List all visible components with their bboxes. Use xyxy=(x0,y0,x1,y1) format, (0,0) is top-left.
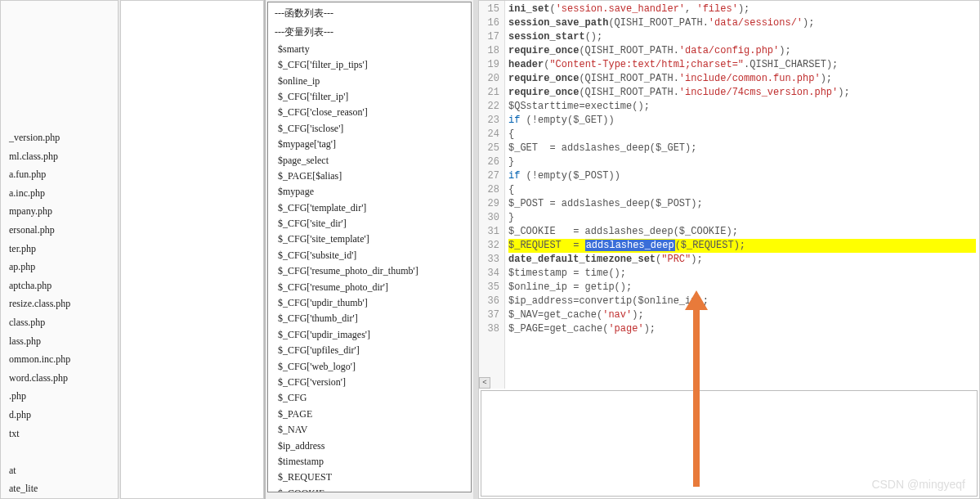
variable-item[interactable]: $smarty xyxy=(275,42,464,57)
scroll-left-button[interactable]: < xyxy=(479,377,490,389)
file-item[interactable]: mpany.php xyxy=(6,202,113,221)
code-line[interactable]: $_GET = addslashes_deep($_GET); xyxy=(508,142,976,155)
file-item[interactable]: ml.class.php xyxy=(6,147,113,166)
variable-item[interactable]: $_CFG['close_reason'] xyxy=(275,105,464,120)
variable-item[interactable]: $_CFG['web_logo'] xyxy=(275,359,464,375)
code-line[interactable]: } xyxy=(508,155,976,169)
line-number: 29 xyxy=(481,197,499,211)
code-line[interactable]: $_COOKIE = addslashes_deep($_COOKIE); xyxy=(508,225,976,239)
code-line[interactable]: { xyxy=(508,128,976,142)
code-line[interactable]: session_save_path(QISHI_ROOT_PATH.'data/… xyxy=(508,16,976,30)
variable-item[interactable]: $_CFG['updir_thumb'] xyxy=(275,295,464,311)
root-layout: _version.phpml.class.phpa.fun.phpa.inc.p… xyxy=(0,0,980,499)
code-line[interactable]: ini_set('session.save_handler', 'files')… xyxy=(508,2,976,16)
file-item[interactable]: aptcha.php xyxy=(6,276,113,295)
variable-panel[interactable]: ---函数列表--- ---变量列表--- $smarty$_CFG['filt… xyxy=(267,2,472,492)
file-item[interactable]: ter.php xyxy=(6,240,113,258)
file-list-panel[interactable]: _version.phpml.class.phpa.fun.phpa.inc.p… xyxy=(0,0,119,499)
file-item[interactable]: resize.class.php xyxy=(6,294,113,313)
line-number: 18 xyxy=(481,44,499,58)
variable-item[interactable]: $_CFG['version'] xyxy=(275,375,464,390)
variable-item[interactable]: $_CFG['isclose'] xyxy=(275,121,464,137)
variable-item[interactable]: $_REQUEST xyxy=(275,470,464,485)
variable-item[interactable]: $_CFG['site_dir'] xyxy=(275,216,464,232)
code-line[interactable]: $online_ip = getip(); xyxy=(508,281,976,294)
variable-item[interactable]: $_CFG['upfiles_dir'] xyxy=(275,343,464,358)
file-item[interactable]: d.php xyxy=(6,406,113,425)
file-item[interactable]: ommon.inc.php xyxy=(6,350,113,369)
code-line[interactable]: $_NAV=get_cache('nav'); xyxy=(508,308,976,322)
line-number: 23 xyxy=(481,114,499,128)
file-item[interactable]: ap.php xyxy=(6,258,113,276)
variable-item[interactable]: $mypage xyxy=(275,184,464,200)
file-item[interactable]: at xyxy=(6,461,113,480)
variable-item[interactable]: $_CFG['updir_images'] xyxy=(275,327,464,343)
line-number: 20 xyxy=(481,72,499,86)
code-line[interactable]: $timestamp = time(); xyxy=(508,267,976,281)
file-item[interactable]: ersonal.php xyxy=(6,221,113,240)
line-number: 30 xyxy=(481,211,499,225)
variable-item[interactable]: $_CFG['resume_photo_dir_thumb'] xyxy=(275,263,464,279)
variable-item[interactable]: $ip_address xyxy=(275,438,464,454)
variable-item[interactable]: $online_ip xyxy=(275,74,464,89)
file-item[interactable]: .php xyxy=(6,387,113,406)
variable-item[interactable]: $timestamp xyxy=(275,454,464,470)
line-number: 38 xyxy=(481,322,499,336)
func-list-header: ---函数列表--- xyxy=(271,6,468,21)
variable-item[interactable]: $_CFG['resume_photo_dir'] xyxy=(275,280,464,295)
variable-item[interactable]: $_PAGE[$alias] xyxy=(275,169,464,184)
file-item[interactable]: a.fun.php xyxy=(6,165,113,184)
variable-item[interactable]: $page_select xyxy=(275,153,464,169)
line-gutter: 1516171819202122232425262728293031323334… xyxy=(479,1,505,389)
code-line[interactable]: $ip_address=convertip($online_ip); xyxy=(508,294,976,308)
file-item[interactable]: a.inc.php xyxy=(6,184,113,203)
line-number: 26 xyxy=(481,155,499,169)
code-line[interactable]: session_start(); xyxy=(508,30,976,44)
output-panel[interactable] xyxy=(481,390,978,497)
variable-item[interactable]: $_CFG xyxy=(275,390,464,406)
var-list-header: ---变量列表--- xyxy=(271,25,468,40)
code-line[interactable]: require_once(QISHI_ROOT_PATH.'data/confi… xyxy=(508,44,976,58)
variable-item[interactable]: $_PAGE xyxy=(275,407,464,422)
code-line[interactable]: $_PAGE=get_cache('page'); xyxy=(508,322,976,336)
variable-item[interactable]: $_CFG['template_dir'] xyxy=(275,200,464,216)
variable-item[interactable]: $mypage['tag'] xyxy=(275,137,464,152)
code-line[interactable]: header("Content-Type:text/html;charset="… xyxy=(508,58,976,72)
file-item[interactable]: word.class.php xyxy=(6,369,113,388)
file-item[interactable]: class.php xyxy=(6,313,113,332)
variable-item[interactable]: $_COOKIE xyxy=(275,486,464,492)
line-number: 37 xyxy=(481,308,499,322)
file-item[interactable] xyxy=(6,443,113,461)
variable-item[interactable]: $_CFG['subsite_id'] xyxy=(275,248,464,263)
line-number: 22 xyxy=(481,100,499,114)
file-item[interactable]: lass.php xyxy=(6,332,113,351)
code-line[interactable]: require_once(QISHI_ROOT_PATH.'include/co… xyxy=(508,72,976,86)
variable-item[interactable]: $_CFG['filter_ip_tips'] xyxy=(275,57,464,73)
code-line[interactable]: $_POST = addslashes_deep($_POST); xyxy=(508,197,976,211)
line-number: 33 xyxy=(481,253,499,267)
code-line[interactable]: date_default_timezone_set("PRC"); xyxy=(508,253,976,267)
file-item[interactable]: _version.php xyxy=(6,128,113,147)
code-editor[interactable]: 1516171819202122232425262728293031323334… xyxy=(478,0,980,499)
line-number: 35 xyxy=(481,281,499,294)
line-number: 16 xyxy=(481,16,499,30)
code-line[interactable]: if (!empty($_POST)) xyxy=(508,169,976,183)
code-line[interactable]: if (!empty($_GET)) xyxy=(508,114,976,128)
variable-item[interactable]: $_CFG['thumb_dir'] xyxy=(275,311,464,326)
code-line[interactable]: $QSstarttime=exectime(); xyxy=(508,100,976,114)
file-item[interactable]: ate_lite xyxy=(6,479,113,498)
code-line[interactable]: { xyxy=(508,183,976,197)
code-area[interactable]: ini_set('session.save_handler', 'files')… xyxy=(505,1,979,389)
code-line[interactable]: require_once(QISHI_ROOT_PATH.'include/74… xyxy=(508,86,976,100)
variable-item[interactable]: $_CFG['filter_ip'] xyxy=(275,89,464,105)
code-line[interactable]: } xyxy=(508,211,976,225)
file-item[interactable]: txt xyxy=(6,425,113,443)
variable-item[interactable]: $_NAV xyxy=(275,422,464,438)
line-number: 27 xyxy=(481,169,499,183)
line-number: 32 xyxy=(481,239,499,253)
line-number: 19 xyxy=(481,58,499,72)
line-number: 15 xyxy=(481,2,499,16)
code-line[interactable]: $_REQUEST = addslashes_deep($_REQUEST); xyxy=(508,239,976,253)
line-number: 36 xyxy=(481,294,499,308)
variable-item[interactable]: $_CFG['site_template'] xyxy=(275,232,464,247)
